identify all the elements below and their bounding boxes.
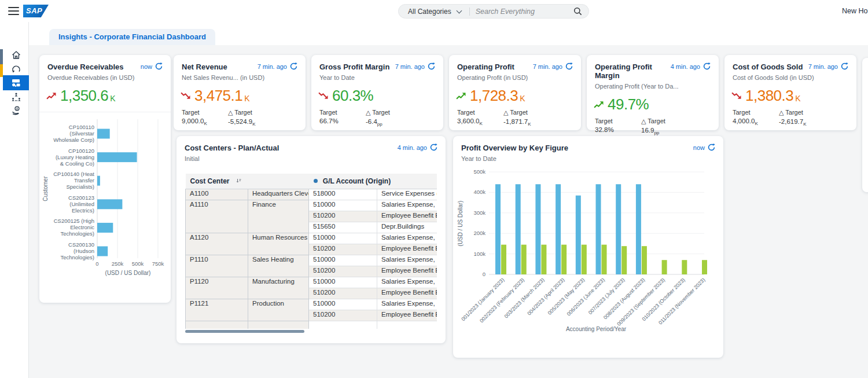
gl-account-id[interactable]: 515650 [309, 222, 377, 233]
gl-account-id[interactable]: 510000 [309, 255, 377, 266]
gl-account-id[interactable]: 510000 [309, 200, 377, 211]
bar-blue-3[interactable] [556, 184, 561, 274]
chevron-down-icon[interactable] [456, 8, 462, 13]
gl-account-name[interactable]: Salaries Expense, Offi [377, 299, 437, 310]
gl-account-id[interactable]: 510000 [309, 299, 377, 310]
bar-green-4[interactable] [582, 245, 587, 274]
tab-insights-dashboard[interactable]: Insights - Corporate Financial Dashboard [49, 29, 215, 45]
bar-green-1[interactable] [521, 245, 527, 274]
table-row[interactable]: P1120Manufacturing510000Salaries Expense… [186, 277, 437, 288]
table-row[interactable]: P1110Sales Heating510000Salaries Expense… [186, 255, 437, 266]
cost-center-code[interactable]: P1121 [186, 299, 248, 321]
bar-green-8[interactable] [662, 260, 667, 274]
gl-account-name[interactable]: Salaries Expense, Offi [377, 200, 437, 211]
bar-green-0[interactable] [501, 245, 506, 274]
bar-blue-0[interactable] [495, 184, 501, 274]
table-row[interactable]: P1121Production510000Salaries Expense, O… [186, 299, 437, 310]
column-header-cost-center[interactable]: Cost Center [186, 174, 309, 189]
cost-center-name[interactable]: Finance [248, 200, 309, 233]
bar-1[interactable] [97, 152, 137, 162]
bar-blue-2[interactable] [535, 184, 540, 274]
bar-green-10[interactable] [702, 260, 707, 274]
profit-overview-chart[interactable]: 0100k200k300k400k500k001/2023 (January 2… [453, 163, 723, 344]
search-input[interactable]: Search Everything [476, 8, 573, 16]
x-tick-label: 005/2023 (May 2023) [547, 277, 586, 316]
target-label: Target [457, 109, 493, 116]
measure-dot-icon [314, 179, 318, 183]
cost-center-code[interactable]: A1120 [186, 233, 248, 255]
sidebar-item-home[interactable] [3, 47, 29, 63]
gl-account-name[interactable]: Salaries Expense, Offi [377, 255, 437, 266]
gl-account-id[interactable]: 510000 [309, 277, 377, 288]
cost-center-code[interactable]: A1100 [186, 189, 248, 200]
bar-5[interactable] [97, 247, 108, 256]
kpi-card-operating-profit: Operating Profit 7 min. ago Operating Pr… [449, 55, 581, 130]
bar-blue-1[interactable] [516, 184, 521, 274]
sidebar-item-funds[interactable] [3, 103, 29, 118]
kpi-unit: K [110, 94, 115, 105]
cost-center-name[interactable]: Headquarters Clevelan [248, 189, 309, 200]
category-filter[interactable]: All Categories [408, 8, 451, 16]
cost-center-code[interactable]: P1110 [186, 255, 248, 277]
gl-account-name[interactable]: Depr.Buildings [377, 222, 437, 233]
gl-account-name[interactable]: Employee Benefit Exp [377, 244, 437, 255]
refresh-button[interactable]: 7 min. ago [258, 63, 297, 70]
refresh-button[interactable]: 7 min. ago [808, 63, 848, 70]
cost-center-name[interactable]: Sales Heating [248, 255, 309, 277]
bar-green-2[interactable] [541, 245, 546, 274]
cost-center-code[interactable]: P1120 [186, 277, 248, 299]
sidebar-item-insights[interactable] [3, 75, 29, 90]
bar-green-9[interactable] [682, 260, 687, 274]
table-row[interactable]: A1100Headquarters Clevelan518000Service … [186, 189, 437, 200]
bar-green-5[interactable] [602, 245, 607, 274]
gl-account-id[interactable]: 510200 [309, 211, 377, 222]
cost-center-code[interactable]: A1110 [186, 200, 248, 233]
gl-account-name[interactable]: Employee Benefit Exp [377, 310, 437, 321]
menu-icon[interactable] [8, 7, 19, 15]
gl-account-id[interactable]: 510200 [309, 266, 377, 277]
refresh-button[interactable]: now [141, 63, 163, 70]
category-label: Technologies) [60, 254, 94, 260]
bar-2[interactable] [97, 176, 100, 186]
refresh-button[interactable]: 4 min. ago [398, 144, 437, 151]
bar-3[interactable] [97, 199, 122, 209]
overdue-receivables-chart[interactable]: 0250k500k750kCP100110(SilverstarWholesal… [39, 112, 171, 298]
search-bar[interactable]: All Categories Search Everything [398, 4, 589, 19]
bar-blue-4[interactable] [576, 196, 581, 274]
cost-center-name[interactable]: Manufacturing [248, 277, 309, 299]
table-row[interactable]: A1120Human Resources510000Salaries Expen… [186, 233, 437, 244]
column-header-gl-account[interactable]: G/L Account (Origin) [309, 174, 437, 189]
refresh-button[interactable]: 4 min. ago [671, 63, 711, 70]
search-icon[interactable] [573, 7, 582, 16]
refresh-button[interactable]: 7 min. ago [533, 63, 573, 70]
gl-account-id[interactable]: 510200 [309, 288, 377, 299]
gl-account-id[interactable]: 510000 [309, 233, 377, 244]
gl-account-name[interactable]: Employee Benefit Exp [377, 288, 437, 299]
bar-green-7[interactable] [642, 246, 647, 274]
gl-account-id[interactable]: 510200 [309, 310, 377, 321]
gl-account-name[interactable]: Salaries Expense, Offi [377, 277, 437, 288]
category-label: Technologies) [60, 230, 94, 237]
gl-account-name[interactable]: Employee Benefit Exp [377, 266, 437, 277]
new-home-link[interactable]: New Home [842, 7, 868, 15]
bar-blue-6[interactable] [616, 184, 621, 274]
bar-4[interactable] [97, 223, 113, 233]
card-subtitle: Operating Profit (in USD) [449, 71, 581, 81]
cost-center-name[interactable]: Human Resources [248, 233, 309, 255]
cost-center-name[interactable]: Production [248, 299, 309, 321]
refresh-button[interactable]: now [693, 144, 715, 151]
bar-green-3[interactable] [561, 245, 567, 274]
gl-account-name[interactable]: Service Expenses (Ext [377, 189, 437, 200]
gl-account-id[interactable]: 518000 [309, 189, 377, 200]
bar-green-6[interactable] [621, 246, 627, 274]
horizontal-scrollbar[interactable] [185, 330, 304, 333]
gl-account-id[interactable]: 510200 [309, 244, 377, 255]
target-value: 32.8% [595, 126, 631, 133]
bar-0[interactable] [97, 129, 110, 139]
refresh-button[interactable]: 7 min. ago [395, 63, 435, 70]
gl-account-name[interactable]: Salaries Expense, Offi [377, 233, 437, 244]
table-row[interactable]: A1110Finance510000Salaries Expense, Offi [186, 200, 437, 211]
bar-blue-5[interactable] [596, 184, 601, 274]
bar-blue-7[interactable] [636, 184, 641, 274]
gl-account-name[interactable]: Employee Benefit Exp [377, 211, 437, 222]
